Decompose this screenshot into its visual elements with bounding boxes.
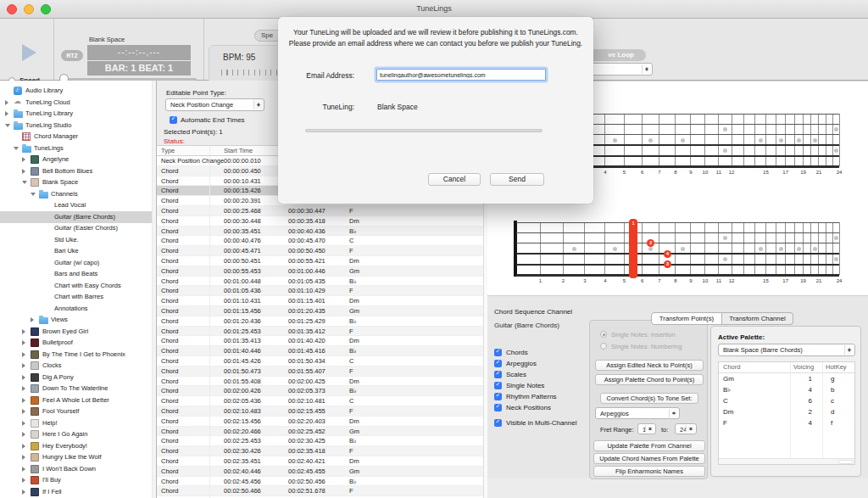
sidebar-item[interactable]: Here I Go Again [0, 428, 156, 440]
table-row[interactable]: Chord00:02:35.45100:02:40.421Dm [157, 456, 483, 467]
table-row[interactable]: Chord00:01:55.40800:02:00.425Dm [157, 377, 483, 387]
disclosure-closed-icon[interactable] [22, 467, 25, 472]
sidebar-item[interactable]: Help! [0, 417, 156, 429]
convert-chords-button[interactable]: Convert Chord(s) To Tone Set: [600, 393, 698, 404]
sidebar-item[interactable]: Views [0, 314, 156, 326]
table-row[interactable]: Chord00:00:25.46800:00:30.447F [157, 206, 483, 216]
disclosure-closed-icon[interactable] [22, 490, 25, 495]
channel-checkbox[interactable]: Chords [494, 349, 587, 359]
table-row[interactable]: Chord00:02:10.48300:02:15.455F [157, 406, 483, 417]
tab-transform-points[interactable]: Transform Point(s) [651, 312, 722, 325]
disclosure-closed-icon[interactable] [22, 375, 25, 380]
table-row[interactable]: Chord00:00:55.45300:01:00.446Gm [157, 266, 483, 277]
table-row[interactable]: Chord00:01:35.41300:01:40.420Dm [157, 336, 483, 346]
table-row[interactable]: Chord00:01:10.43100:01:15.401Dm [157, 296, 483, 306]
disclosure-closed-icon[interactable] [22, 455, 25, 460]
disclosure-closed-icon[interactable] [22, 398, 25, 403]
sidebar-item[interactable]: Feel A Whole Lot Better [0, 394, 156, 406]
finger-dot-marker[interactable]: 4 [664, 250, 671, 258]
sidebar-item[interactable]: Guitar (w/ capo) [0, 257, 156, 269]
disclosure-closed-icon[interactable] [22, 478, 25, 483]
table-row[interactable]: Chord00:02:40.44600:02:45.455Gm [157, 467, 483, 477]
disclosure-closed-icon[interactable] [22, 157, 25, 162]
table-row[interactable]: Chord00:02:45.45600:02:50.456B♭ [157, 477, 483, 487]
sidebar-item[interactable]: Guitar (Easier Chords) [0, 222, 156, 234]
checkbox[interactable] [494, 382, 502, 389]
column-chord[interactable]: Chord [723, 362, 740, 372]
sidebar-item[interactable]: Angelyne [0, 154, 156, 165]
column-hotkey[interactable]: HotKey [826, 362, 847, 372]
palette-row[interactable]: C6c [719, 396, 854, 407]
sidebar-item[interactable]: Chart with Barres [0, 291, 156, 303]
table-row[interactable]: Chord00:00:40.47600:00:45.470C [157, 236, 483, 246]
column-type[interactable]: Type [161, 146, 175, 156]
disclosure-open-icon[interactable] [31, 193, 36, 196]
disclosure-closed-icon[interactable] [22, 340, 25, 345]
disclosure-closed-icon[interactable] [31, 317, 34, 322]
sidebar-item[interactable]: I'll Buy [0, 474, 156, 486]
table-row[interactable]: Chord00:00:30.44800:00:35.418Dm [157, 216, 483, 227]
sidebar-item[interactable]: Hey Everybody! [0, 440, 156, 452]
checkbox[interactable] [494, 360, 502, 367]
sidebar-item[interactable]: Blank Space [0, 176, 156, 188]
table-row[interactable]: Chord00:02:20.46600:02:25.452Gm [157, 427, 483, 437]
table-row[interactable]: Chord00:01:15.45600:01:20.435Gm [157, 306, 483, 316]
disclosure-open-icon[interactable] [5, 124, 10, 127]
channel-checkbox[interactable]: Rhythm Patterns [494, 393, 587, 403]
sidebar-item[interactable]: Bari Uke [0, 245, 156, 257]
checkbox[interactable] [494, 371, 502, 378]
checkbox[interactable] [494, 404, 502, 411]
sidebar-item[interactable]: If I Fell [0, 486, 156, 498]
disclosure-closed-icon[interactable] [22, 421, 25, 426]
sidebar-item[interactable]: Audio Library [0, 85, 156, 97]
sidebar-item[interactable]: Brown Eyed Girl [0, 326, 156, 338]
sidebar-item[interactable]: TuneLings [0, 143, 156, 154]
assign-palette-chord-button[interactable]: Assign Palette Chord to Point(s) [595, 374, 704, 385]
table-row[interactable]: Chord00:02:00.42600:02:05.373B♭ [157, 386, 483, 396]
update-chord-names-button[interactable]: Update Chord Names From Palette [593, 453, 705, 464]
sidebar-item[interactable]: Guitar (Barre Chords) [0, 211, 156, 223]
play-button[interactable] [22, 44, 36, 61]
table-row[interactable]: Chord00:01:45.42600:01:50.434C [157, 356, 483, 367]
fret-from-stepper[interactable]: 1 [637, 423, 656, 434]
checkbox[interactable] [494, 419, 502, 427]
tab-transform-channel[interactable]: Transform Channel [722, 312, 793, 325]
disclosure-closed-icon[interactable] [5, 100, 8, 105]
palette-scrollbar-thumb[interactable] [838, 460, 854, 464]
sidebar-item[interactable]: Chord Manager [0, 131, 156, 143]
sidebar-item[interactable]: Down To The Waterline [0, 383, 156, 394]
update-palette-button[interactable]: Update Palette From Channel [593, 440, 705, 451]
sidebar-item[interactable]: Bars and Beats [0, 268, 156, 280]
table-row[interactable]: Chord00:01:25.45300:01:35.412F [157, 327, 483, 337]
sidebar-item[interactable]: Std Uke. [0, 234, 156, 246]
sidebar-item[interactable]: By The Time I Get to Phoenix [0, 349, 156, 361]
point-type-select[interactable]: Neck Position Change [165, 98, 264, 111]
checkbox[interactable] [494, 393, 502, 400]
sidebar-item[interactable]: Bell Bottom Blues [0, 165, 156, 177]
email-field[interactable] [376, 69, 546, 81]
sidebar-item[interactable]: TuneLing Cloud [0, 97, 156, 109]
palette-scrollbar[interactable] [719, 458, 854, 464]
sidebar-item[interactable]: Annotations [0, 303, 156, 315]
channel-checkbox[interactable]: Single Notes [494, 382, 587, 392]
flip-enharmonic-button[interactable]: Flip Enharmonic Names [593, 466, 705, 477]
multi-channel-checkbox[interactable]: Visible in Multi-Channel [494, 419, 587, 429]
sidebar-item[interactable]: Lead Vocal [0, 199, 156, 211]
table-row[interactable]: Chord00:01:50.47300:01:55.407F [157, 367, 483, 377]
table-row[interactable]: Chord00:00:35.45100:00:40.436B♭ [157, 227, 483, 237]
disclosure-closed-icon[interactable] [22, 352, 25, 357]
table-row[interactable]: Chord00:00:45.47100:00:50.450F [157, 246, 483, 256]
table-row[interactable]: Chord00:02:25.45300:02:30.425B♭ [157, 436, 483, 446]
checkbox[interactable] [494, 349, 502, 356]
finger-dot-marker[interactable]: 2 [647, 239, 654, 247]
channel-checkbox[interactable]: Scales [494, 371, 587, 381]
disclosure-closed-icon[interactable] [22, 444, 25, 449]
sidebar-item[interactable]: Dig A Pony [0, 372, 156, 383]
disclosure-closed-icon[interactable] [22, 329, 25, 334]
chord-fretboard[interactable]: 12345678910111215171921241243 [516, 222, 839, 275]
disclosure-closed-icon[interactable] [22, 386, 25, 391]
table-row[interactable]: Chord00:01:20.43600:01:25.429B♭ [157, 316, 483, 327]
send-button[interactable]: Send [490, 173, 544, 186]
disclosure-closed-icon[interactable] [22, 363, 25, 368]
palette-row[interactable]: Gm1g [719, 374, 854, 385]
